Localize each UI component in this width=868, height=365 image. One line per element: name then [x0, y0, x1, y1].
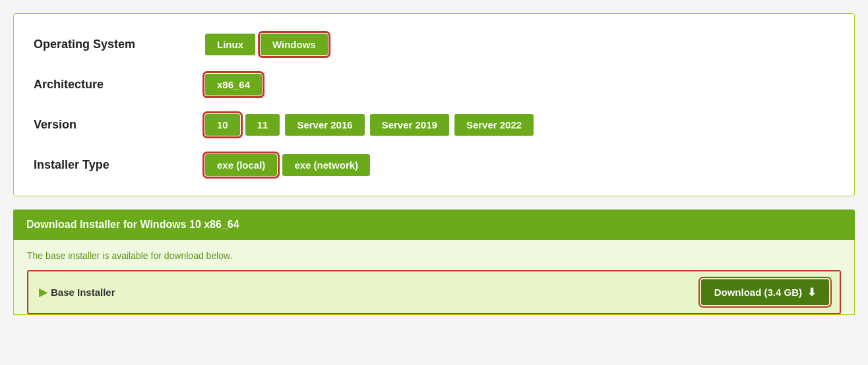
- download-info-area: The base installer is available for down…: [13, 240, 855, 315]
- version-label: Version: [34, 118, 205, 132]
- version-row: Version 10 11 Server 2016 Server 2019 Se…: [34, 114, 834, 136]
- version-10-button[interactable]: 10: [205, 114, 240, 136]
- download-banner-text: Download Installer for Windows 10 x86_64: [26, 219, 239, 230]
- chevron-right-icon: ▶: [39, 286, 47, 298]
- os-linux-button[interactable]: Linux: [205, 34, 255, 55]
- version-server2022-button[interactable]: Server 2022: [454, 114, 534, 136]
- base-installer-text: Base Installer: [51, 287, 115, 298]
- download-icon: ⬇: [807, 286, 816, 298]
- version-11-button[interactable]: 11: [245, 114, 280, 136]
- arch-x86_64-button[interactable]: x86_64: [205, 74, 262, 96]
- installer-exe-local-button[interactable]: exe (local): [205, 154, 277, 176]
- download-button-label: Download (3.4 GB): [714, 287, 802, 298]
- selector-panel: Operating System Linux Windows Architect…: [13, 13, 855, 196]
- os-label: Operating System: [34, 38, 205, 51]
- os-row: Operating System Linux Windows: [34, 34, 834, 55]
- installer-type-row: Installer Type exe (local) exe (network): [34, 154, 834, 176]
- version-buttons: 10 11 Server 2016 Server 2019 Server 202…: [205, 114, 534, 136]
- download-info-text: The base installer is available for down…: [27, 250, 841, 261]
- arch-buttons: x86_64: [205, 74, 262, 96]
- os-buttons: Linux Windows: [205, 34, 328, 55]
- version-server2019-button[interactable]: Server 2019: [370, 114, 449, 136]
- arch-row: Architecture x86_64: [34, 74, 834, 96]
- installer-type-buttons: exe (local) exe (network): [205, 154, 370, 176]
- version-server2016-button[interactable]: Server 2016: [285, 114, 364, 136]
- download-row: ▶ Base Installer Download (3.4 GB) ⬇: [27, 270, 841, 314]
- arch-label: Architecture: [34, 78, 205, 92]
- installer-type-label: Installer Type: [34, 158, 205, 172]
- os-windows-button[interactable]: Windows: [261, 34, 328, 55]
- base-installer-label: ▶ Base Installer: [39, 286, 115, 298]
- installer-exe-network-button[interactable]: exe (network): [282, 154, 370, 176]
- download-banner: Download Installer for Windows 10 x86_64: [13, 210, 855, 240]
- download-button[interactable]: Download (3.4 GB) ⬇: [701, 279, 829, 305]
